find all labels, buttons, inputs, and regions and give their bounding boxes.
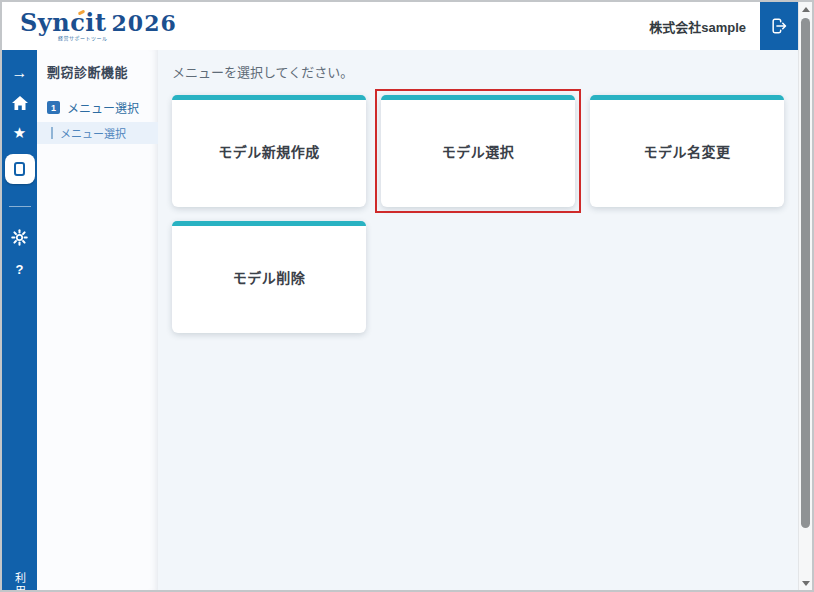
model-icon (14, 162, 25, 176)
card-label: モデル名変更 (644, 141, 731, 161)
rail-divider (9, 206, 31, 207)
logo-text: Syncit (20, 11, 107, 35)
model-feature-button-active[interactable] (5, 154, 35, 184)
menu-item-label: メニュー選択 (67, 99, 139, 116)
scroll-down-icon (802, 581, 810, 586)
main-content: メニューを選択してください。 モデル新規作成 モデル選択 モデル名変更 モデル削… (158, 50, 798, 590)
help-icon[interactable]: ? (16, 262, 24, 277)
menu-item-menu-select[interactable]: 1 メニュー選択 (37, 99, 158, 116)
window-content: Syncit 2026 経営サポートツール 株式会社sample → (2, 2, 798, 590)
logo-year: 2026 (112, 12, 177, 34)
menu-card-grid: モデル新規作成 モデル選択 モデル名変更 モデル削除 (172, 95, 786, 333)
star-icon[interactable]: ★ (13, 124, 26, 142)
settings-gear-icon[interactable] (11, 229, 28, 250)
card-select-model[interactable]: モデル選択 (381, 95, 575, 207)
menu-panel: 剽窃診断機能 1 メニュー選択 メニュー選択 (37, 50, 158, 590)
menu-subitem-label: メニュー選択 (60, 125, 126, 141)
logout-button[interactable] (760, 2, 798, 50)
body: → ★ (2, 50, 798, 590)
card-label: モデル新規作成 (218, 141, 320, 161)
card-delete-model[interactable]: モデル削除 (172, 221, 366, 333)
menu-subitem-menu-select-active[interactable]: メニュー選択 (37, 122, 158, 144)
scrollbar-thumb[interactable] (801, 18, 810, 528)
card-label: モデル削除 (233, 267, 306, 287)
scroll-down-button[interactable] (799, 576, 813, 590)
card-label: モデル選択 (442, 141, 515, 161)
logo-tagline: 経営サポートツール (58, 36, 177, 41)
logout-icon (769, 16, 789, 36)
company-name: 株式会社sample (649, 17, 746, 36)
instruction-text: メニューを選択してください。 (172, 62, 786, 81)
icon-rail: → ★ (2, 50, 37, 590)
feature-title: 剽窃診断機能 (37, 62, 158, 81)
home-icon[interactable] (12, 96, 28, 114)
terms-vertical-link[interactable]: 利用 (12, 572, 28, 592)
scroll-up-icon (802, 7, 810, 12)
vertical-scrollbar[interactable] (798, 2, 812, 590)
card-create-model[interactable]: モデル新規作成 (172, 95, 366, 207)
collapse-arrow-icon[interactable]: → (12, 64, 28, 82)
app-logo: Syncit 2026 経営サポートツール (20, 11, 177, 41)
card-rename-model[interactable]: モデル名変更 (590, 95, 784, 207)
app-window: Syncit 2026 経営サポートツール 株式会社sample → (0, 0, 814, 592)
step-badge: 1 (47, 101, 60, 114)
scroll-up-button[interactable] (799, 2, 813, 16)
header: Syncit 2026 経営サポートツール 株式会社sample (2, 2, 798, 50)
